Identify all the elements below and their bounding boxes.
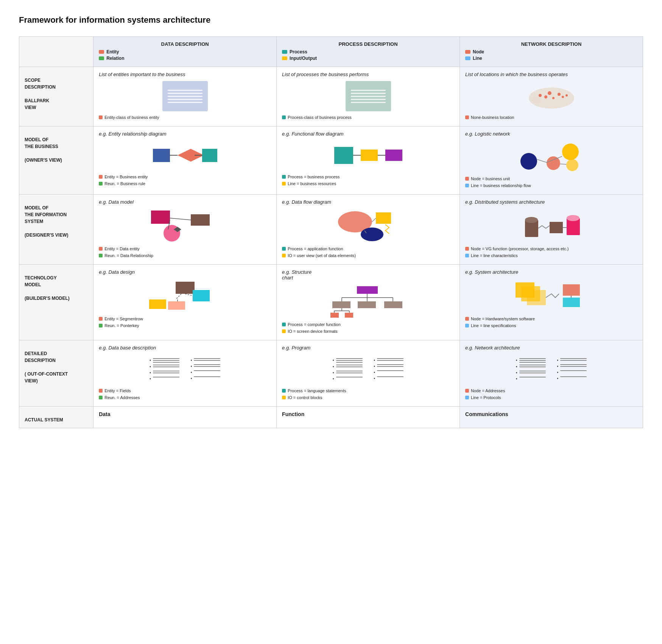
- svg-point-40: [567, 215, 579, 221]
- svg-point-2: [539, 94, 542, 97]
- cap-dot: [465, 324, 469, 327]
- business-data-diagram: [99, 140, 271, 171]
- dataflow-diagram: [330, 209, 406, 243]
- scope-network-cell: List of locations in which the business …: [460, 67, 643, 126]
- info-row-label: MODEL OFTHE INFORMATIONSYSTEM(DESIGNER'S…: [19, 194, 93, 264]
- business-network-caption: Node = business unit Line = business rel…: [465, 176, 637, 189]
- cap-dot: [99, 254, 103, 257]
- detailed-process-diagram: • • • • • • • •: [282, 354, 454, 385]
- svg-rect-9: [153, 149, 170, 162]
- line-color-box: [465, 56, 470, 60]
- node-color-box: [465, 50, 470, 54]
- row-detailed: DETAILEDDESCRIPTION( OUT-OF-CONTEXTVIEW)…: [19, 340, 643, 406]
- svg-rect-18: [385, 150, 402, 161]
- process-color-box: [282, 50, 287, 54]
- scope-process-cell: List of processes the business performs …: [277, 67, 460, 126]
- svg-rect-16: [361, 150, 378, 161]
- tech-process-diagram: [282, 284, 454, 318]
- header-network-description: NETWORK DESCRIPTION Node Line: [460, 37, 643, 67]
- row-actual-system: ACTUAL SYSTEM Data Function Communicatio…: [19, 406, 643, 428]
- tech-row-label: TECHNOLOGYMODEL(BUILDER'S MODEL): [19, 264, 93, 340]
- process-desc-title: PROCESS DESCRIPTION: [282, 41, 454, 47]
- row-scope: SCOPEDESCRIPTIONBALLPARKVIEW List of ent…: [19, 67, 643, 126]
- scope-process-title: List of processes the business performs: [282, 72, 454, 77]
- svg-rect-56: [332, 301, 350, 308]
- info-data-cell: e.g. Data model: [93, 194, 277, 264]
- svg-point-20: [547, 156, 560, 170]
- detailed-process-title: e.g. Program: [282, 345, 454, 351]
- svg-rect-64: [345, 313, 353, 318]
- info-process-diagram: [282, 209, 454, 243]
- detailed-row-label: DETAILEDDESCRIPTION( OUT-OF-CONTEXTVIEW): [19, 340, 93, 406]
- svg-line-48: [176, 294, 181, 299]
- data-model-diagram: [149, 209, 221, 243]
- svg-point-6: [552, 97, 555, 99]
- data-legend-relation: Relation: [99, 56, 271, 61]
- process-legend-process: Process: [282, 49, 454, 55]
- distributed-diagram: [514, 209, 589, 243]
- cap-dot: [465, 177, 469, 181]
- detailed-process-caption: Process = language statements IO = contr…: [282, 388, 454, 401]
- svg-rect-68: [563, 284, 580, 296]
- tech-data-caption: Entity = Segmentrow Reun. = Ponterkey: [99, 316, 271, 329]
- svg-rect-58: [384, 301, 402, 308]
- business-data-caption: Entity = Business entity Reun. = Busines…: [99, 174, 271, 187]
- data-desc-title: DATA DESCRIPTION: [99, 41, 271, 47]
- cap-dot: [282, 175, 286, 179]
- tech-data-title: e.g. Data design: [99, 269, 271, 275]
- cap-dot: [465, 389, 469, 393]
- scope-network-map: [525, 81, 578, 111]
- svg-rect-46: [168, 301, 185, 310]
- header-empty: [19, 37, 93, 67]
- detailed-data-title: e.g. Data base description: [99, 345, 271, 351]
- svg-rect-45: [149, 299, 166, 309]
- tech-network-caption: Node = Hardware/system software Line = l…: [465, 316, 637, 329]
- cap-dot: [99, 182, 103, 186]
- scope-data-doc: [162, 81, 208, 111]
- info-data-caption: Entity = Data entity Reun. = Data Relati…: [99, 246, 271, 259]
- scope-process-doc: [346, 81, 391, 111]
- row-business-model: MODEL OFTHE BUSINESS(OWNER'S VIEW) e.g. …: [19, 126, 643, 194]
- scope-network-diagram: [465, 81, 637, 111]
- business-row-label: MODEL OFTHE BUSINESS(OWNER'S VIEW): [19, 126, 93, 194]
- row-info-system: MODEL OFTHE INFORMATIONSYSTEM(DESIGNER'S…: [19, 194, 643, 264]
- svg-rect-33: [376, 212, 391, 224]
- cap-dot: [99, 317, 103, 321]
- svg-rect-14: [334, 147, 353, 164]
- cap-dot: [99, 324, 103, 327]
- svg-rect-41: [550, 222, 563, 233]
- page-title: Framework for information systems archit…: [19, 15, 643, 25]
- business-data-cell: e.g. Entity relationship diagram Entity: [93, 126, 277, 194]
- cap-dot: [99, 115, 103, 119]
- cap-dot: [99, 175, 103, 179]
- scope-network-title: List of locations in which the business …: [465, 72, 637, 77]
- detailed-network-title: e.g. Network architecture: [465, 345, 637, 351]
- business-network-title: e.g. Logistic network: [465, 131, 637, 137]
- header-process-description: PROCESS DESCRIPTION Process Input/Output: [277, 37, 460, 67]
- cap-dot: [465, 247, 469, 251]
- detailed-network-diagram: • • • • • • • •: [465, 354, 637, 385]
- svg-line-35: [372, 218, 376, 222]
- svg-line-25: [560, 164, 566, 164]
- network-desc-title: NETWORK DESCRIPTION: [465, 41, 637, 47]
- svg-point-5: [562, 96, 564, 98]
- svg-point-19: [520, 153, 537, 170]
- info-process-cell: e.g. Data flow diagram: [277, 194, 460, 264]
- scope-data-title: List of entities important to the busine…: [99, 72, 271, 77]
- svg-rect-69: [563, 298, 580, 307]
- detailed-data-cell: e.g. Data base description • • • • • •: [93, 340, 277, 406]
- scope-data-cell: List of entities important to the busine…: [93, 67, 277, 126]
- row-technology: TECHNOLOGYMODEL(BUILDER'S MODEL) e.g. Da…: [19, 264, 643, 340]
- structure-chart: [330, 284, 406, 318]
- tech-data-cell: e.g. Data design: [93, 264, 277, 340]
- svg-point-38: [525, 217, 538, 223]
- scope-data-caption: Entity-class of business entity: [99, 114, 271, 121]
- scope-data-diagram: [99, 81, 271, 111]
- business-data-title: e.g. Entity relationship diagram: [99, 131, 271, 137]
- scope-row-label: SCOPEDESCRIPTIONBALLPARKVIEW: [19, 67, 93, 126]
- svg-rect-67: [527, 290, 546, 305]
- relation-color-box: [99, 56, 104, 60]
- svg-rect-26: [151, 211, 170, 224]
- cap-dot: [465, 184, 469, 187]
- svg-point-21: [562, 143, 579, 160]
